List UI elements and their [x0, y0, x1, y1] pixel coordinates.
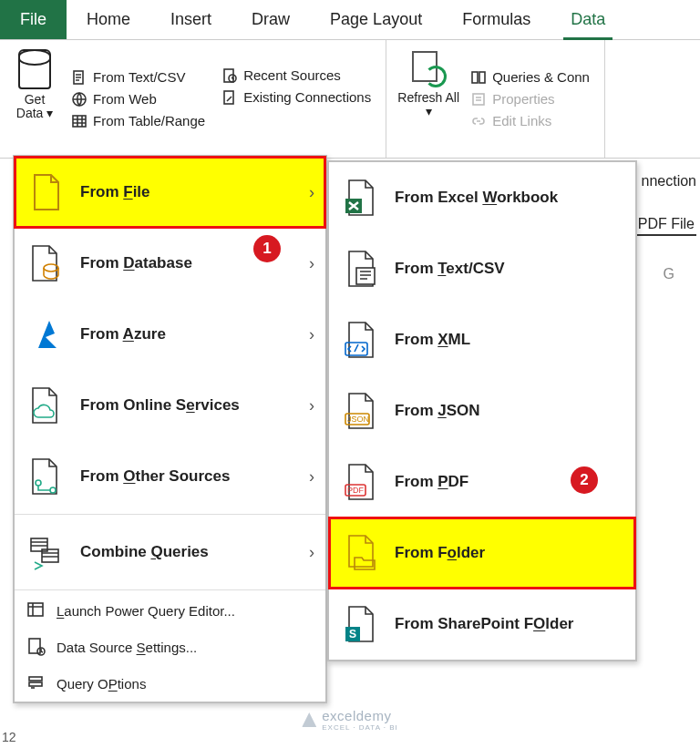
tab-data-label: Data — [571, 10, 605, 29]
callout-badge-2: 2 — [571, 466, 598, 494]
azure-icon — [26, 313, 67, 355]
callout-badge-1: 1 — [253, 235, 281, 262]
edit-links-button[interactable]: Edit Links — [470, 113, 590, 129]
submenu-from-folder[interactable]: From Folder — [329, 517, 635, 589]
tab-formulas-label: Formulas — [462, 10, 530, 29]
watermark-brand: exceldemy — [322, 708, 398, 723]
queries-connections-label: Queries & Conn — [492, 69, 590, 85]
submenu-from-json-label: From JSON — [395, 402, 624, 420]
get-data-label: Get Data — [16, 92, 46, 120]
column-g-header: G — [664, 266, 674, 282]
menu-combine-queries-label: Combine Queries — [80, 543, 309, 561]
menu-from-file[interactable]: From File › — [15, 157, 325, 228]
row-number-12: 12 — [2, 730, 16, 744]
badge-2-text: 2 — [580, 471, 588, 489]
svg-rect-8 — [473, 94, 484, 105]
queries-icon — [470, 69, 487, 86]
file-database-icon — [26, 242, 67, 284]
submenu-from-sharepoint-folder[interactable]: S From SharePoint FOlder — [329, 589, 635, 660]
menu-from-other-sources[interactable]: From Other Sources › — [15, 441, 325, 512]
svg-rect-20 — [356, 268, 375, 284]
properties-button[interactable]: Properties — [470, 91, 590, 108]
menu-from-online-services-label: From Online Services — [80, 396, 309, 415]
watermark-logo-icon — [302, 712, 316, 727]
menu-launch-power-query-label: Launch Power Query Editor... — [57, 603, 314, 619]
svg-text:S: S — [349, 628, 356, 640]
chevron-right-icon: › — [309, 254, 314, 273]
from-file-submenu: From Excel Workbook From Text/CSV From X… — [327, 160, 637, 661]
file-folder-icon — [340, 532, 382, 574]
submenu-from-xml[interactable]: From XML — [329, 304, 635, 375]
svg-rect-17 — [29, 677, 42, 681]
tab-home[interactable]: Home — [67, 0, 150, 39]
refresh-all-button[interactable]: Refresh All ▾ — [396, 46, 461, 152]
tab-insert[interactable]: Insert — [150, 0, 232, 39]
tab-page-layout-label: Page Layout — [330, 10, 422, 29]
clock-file-icon — [221, 67, 238, 84]
menu-query-options-label: Query OPtions — [57, 676, 314, 692]
submenu-from-xml-label: From XML — [395, 331, 624, 349]
existing-connections-label: Existing Connections — [243, 89, 371, 105]
svg-rect-14 — [28, 603, 43, 616]
refresh-all-label: Refresh All — [397, 90, 459, 105]
properties-icon — [470, 91, 487, 108]
svg-rect-5 — [224, 91, 233, 104]
menu-data-source-settings[interactable]: Data Source Settings... — [15, 629, 325, 665]
query-options-icon — [26, 672, 47, 694]
chevron-down-icon: ▾ — [46, 106, 53, 120]
recent-sources-button[interactable]: Recent Sources — [221, 67, 371, 84]
queries-connections-button[interactable]: Queries & Conn — [470, 69, 590, 86]
submenu-from-excel-workbook[interactable]: From Excel Workbook — [329, 162, 635, 233]
from-table-range-button[interactable]: From Table/Range — [71, 113, 205, 129]
submenu-from-folder-label: From Folder — [395, 544, 624, 562]
submenu-from-excel-workbook-label: From Excel Workbook — [395, 189, 624, 207]
database-icon — [18, 49, 51, 89]
from-text-csv-button[interactable]: From Text/CSV — [71, 69, 205, 86]
existing-connections-button[interactable]: Existing Connections — [221, 89, 371, 106]
menu-from-online-services[interactable]: From Online Services › — [15, 370, 325, 441]
get-data-button[interactable]: Get Data ▾ — [9, 46, 60, 152]
ribbon-tabs: File Home Insert Draw Page Layout Formul… — [0, 0, 700, 40]
chevron-right-icon: › — [309, 467, 314, 487]
menu-from-database[interactable]: From Database › — [15, 228, 325, 299]
tab-draw[interactable]: Draw — [232, 0, 310, 39]
svg-text:PDF: PDF — [347, 486, 365, 495]
tab-draw-label: Draw — [252, 10, 290, 29]
menu-separator — [15, 589, 325, 590]
tab-page-layout[interactable]: Page Layout — [310, 0, 442, 39]
badge-1-text: 1 — [262, 240, 271, 258]
tab-formulas[interactable]: Formulas — [442, 0, 551, 39]
from-web-button[interactable]: From Web — [71, 91, 205, 108]
submenu-from-json[interactable]: JSON From JSON — [329, 375, 635, 446]
menu-query-options[interactable]: Query OPtions — [15, 665, 325, 702]
svg-rect-18 — [29, 682, 42, 686]
recent-sources-label: Recent Sources — [243, 67, 341, 83]
tab-data[interactable]: Data — [551, 0, 625, 39]
combine-tables-icon — [26, 531, 67, 573]
chevron-right-icon: › — [309, 543, 314, 562]
file-json-icon: JSON — [340, 390, 382, 432]
link-icon — [470, 113, 487, 129]
svg-point-10 — [36, 480, 41, 486]
svg-rect-6 — [472, 72, 478, 83]
globe-icon — [71, 91, 88, 108]
tab-home-label: Home — [87, 10, 130, 29]
ribbon: Get Data ▾ From Text/CSV From Web From T… — [0, 40, 700, 159]
svg-point-11 — [50, 487, 56, 493]
chevron-right-icon: › — [309, 183, 314, 202]
properties-label: Properties — [492, 91, 554, 107]
get-data-menu: From File › From Database › From Azure ›… — [13, 155, 327, 703]
edit-links-label: Edit Links — [492, 113, 551, 128]
tab-insert-label: Insert — [170, 10, 211, 29]
file-pdf-icon: PDF — [340, 461, 382, 503]
chevron-down-icon: ▾ — [426, 104, 432, 118]
submenu-from-text-csv[interactable]: From Text/CSV — [329, 233, 635, 304]
tab-file[interactable]: File — [0, 0, 67, 39]
chevron-right-icon: › — [309, 325, 314, 344]
menu-from-azure[interactable]: From Azure › — [15, 299, 325, 370]
menu-from-other-sources-label: From Other Sources — [80, 467, 309, 486]
from-table-range-label: From Table/Range — [93, 113, 205, 128]
menu-launch-power-query[interactable]: Launch Power Query Editor... — [15, 592, 325, 629]
menu-combine-queries[interactable]: Combine Queries › — [15, 517, 325, 588]
menu-from-file-label: From File — [80, 183, 309, 201]
